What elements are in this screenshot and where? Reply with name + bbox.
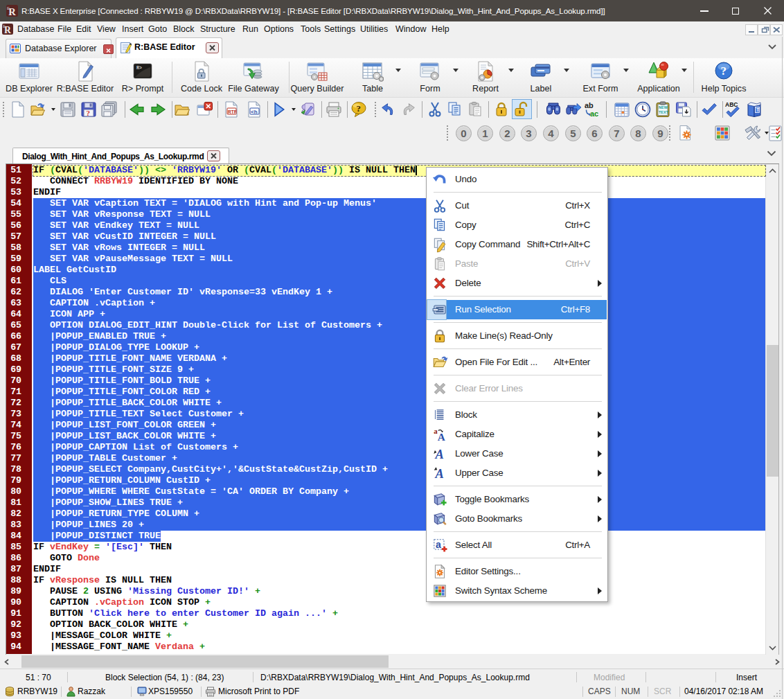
svg-text:?: ?	[357, 103, 362, 114]
svg-text:R: R	[4, 25, 11, 35]
svg-text:?: ?	[721, 64, 727, 78]
svg-text:ac: ac	[590, 109, 598, 118]
svg-text:?: ?	[87, 109, 91, 117]
svg-text:ab: ab	[585, 101, 594, 109]
svg-text:A: A	[434, 447, 443, 461]
svg-text:A: A	[438, 431, 445, 443]
svg-text:a: a	[436, 539, 441, 550]
svg-text:TEXT: TEXT	[659, 110, 669, 114]
svg-text:R>: R>	[136, 66, 142, 71]
svg-text:<h: <h	[251, 109, 258, 115]
svg-text:NEW: NEW	[659, 105, 668, 109]
svg-text:T: T	[756, 107, 759, 112]
svg-text:ABC: ABC	[725, 101, 738, 108]
svg-text:RTF: RTF	[228, 109, 237, 114]
svg-text:R: R	[8, 6, 16, 17]
